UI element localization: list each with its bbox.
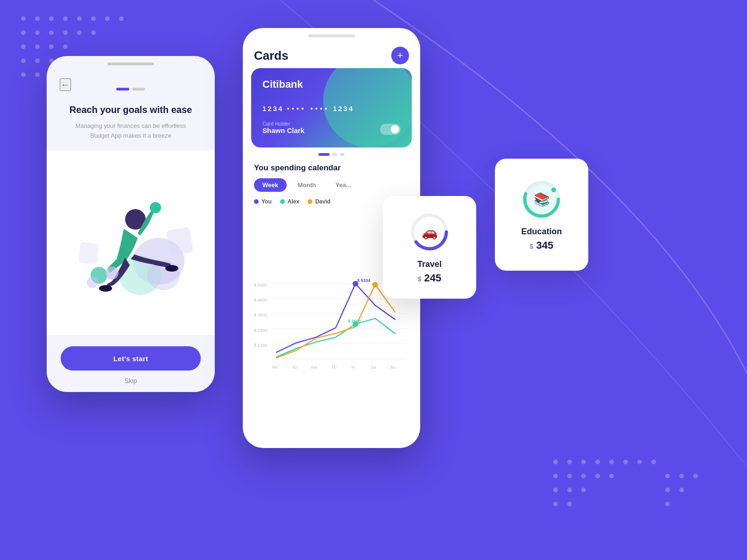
svg-point-35 (609, 474, 614, 478)
card-holder-info: Card Holder Shawn Clark (262, 121, 304, 135)
progress-indicator (116, 88, 145, 91)
svg-point-44 (665, 488, 670, 492)
tab-year[interactable]: Yea... (327, 178, 359, 192)
tab-month[interactable]: Month (289, 178, 324, 192)
svg-text:Fr: Fr (352, 365, 356, 370)
svg-point-32 (567, 474, 572, 478)
add-card-button[interactable]: + (391, 47, 409, 64)
svg-point-46 (665, 502, 670, 506)
svg-text:$ 3600: $ 3600 (254, 313, 267, 317)
phone-onboarding: ← Reach your goals with ease Managing yo… (47, 56, 215, 392)
edu-dollar: $ (530, 243, 534, 250)
legend-dot-alex (280, 199, 285, 204)
svg-point-2 (49, 16, 54, 21)
spending-title: You spending calendar (254, 163, 409, 173)
svg-point-25 (581, 460, 586, 464)
svg-point-28 (623, 460, 628, 464)
svg-point-22 (35, 72, 40, 77)
bank-name: Citibank (262, 78, 401, 91)
svg-point-40 (567, 502, 572, 506)
svg-point-53 (150, 202, 161, 213)
svg-point-30 (651, 460, 656, 464)
svg-point-16 (49, 44, 54, 49)
svg-point-43 (693, 474, 698, 478)
chart-dot-david (373, 282, 378, 287)
bottom-actions: Let's start Skip (47, 335, 215, 392)
svg-point-33 (581, 474, 586, 478)
progress-dot-1 (116, 88, 129, 91)
svg-point-11 (63, 30, 68, 35)
svg-rect-51 (78, 242, 99, 264)
float-card-travel: 🚗 Travel $ 245 (383, 196, 476, 299)
svg-point-38 (581, 488, 586, 492)
svg-rect-50 (166, 227, 194, 256)
svg-point-5 (91, 16, 96, 21)
svg-point-13 (91, 30, 96, 35)
travel-amount: $ 245 (418, 272, 442, 284)
travel-dollar: $ (418, 275, 422, 283)
svg-text:Su: Su (390, 365, 395, 370)
svg-point-15 (35, 44, 40, 49)
svg-point-12 (77, 30, 82, 35)
dots-bottom-right (542, 448, 728, 541)
svg-point-3 (63, 16, 68, 21)
svg-text:$ 6000: $ 6000 (254, 283, 267, 287)
legend-label-david: David (315, 198, 331, 205)
illustration-area (47, 150, 215, 335)
svg-text:$ 2600: $ 2600 (348, 319, 361, 323)
legend-david: David (308, 198, 331, 205)
person-illustration (65, 182, 196, 303)
svg-point-19 (35, 58, 40, 63)
legend-alex: Alex (280, 198, 299, 205)
tab-week[interactable]: Week (254, 178, 287, 192)
svg-point-10 (49, 30, 54, 35)
svg-point-18 (21, 58, 26, 63)
onboard-title: Reach your goals with ease (56, 104, 206, 116)
back-button[interactable]: ← (60, 78, 71, 91)
cards-header: Cards + (243, 37, 420, 68)
tab-bar: Week Month Yea... (254, 178, 409, 192)
svg-point-27 (609, 460, 614, 464)
svg-point-14 (21, 44, 26, 49)
svg-text:Sa: Sa (371, 365, 376, 370)
svg-text:Th: Th (331, 365, 337, 370)
svg-point-21 (21, 72, 26, 77)
svg-point-9 (35, 30, 40, 35)
svg-point-36 (553, 488, 558, 492)
edu-amount: $ 345 (530, 239, 554, 252)
svg-point-29 (637, 460, 642, 464)
start-button[interactable]: Let's start (61, 346, 201, 371)
float-card-education: 📚 Education $ 345 (495, 159, 588, 271)
svg-point-8 (21, 30, 26, 35)
svg-point-58 (87, 277, 98, 288)
card-number: 1234 •••• •••• 1234 (262, 105, 401, 112)
edu-label: Education (521, 227, 562, 237)
svg-point-24 (567, 460, 572, 464)
legend-label-you: You (261, 198, 272, 205)
svg-point-23 (553, 460, 558, 464)
travel-label: Travel (417, 259, 442, 269)
skip-button[interactable]: Skip (124, 377, 137, 385)
edu-value: 345 (536, 239, 554, 251)
card-toggle[interactable] (380, 124, 401, 135)
onboard-subtitle: Managing your finances can be effortless… (62, 121, 200, 141)
legend-label-alex: Alex (288, 198, 299, 205)
travel-icon: 🚗 (422, 224, 438, 239)
svg-point-31 (553, 474, 558, 478)
card-bottom: Card Holder Shawn Clark (262, 121, 401, 135)
travel-gauge: 🚗 (409, 211, 451, 253)
svg-text:We: We (311, 365, 317, 370)
legend-dot-you (254, 199, 259, 204)
edu-icon: 📚 (534, 191, 550, 207)
svg-point-26 (595, 460, 600, 464)
svg-point-45 (679, 488, 684, 492)
svg-text:Tu: Tu (292, 365, 296, 370)
svg-point-1 (35, 16, 40, 21)
svg-point-57 (106, 266, 119, 280)
svg-point-17 (63, 44, 68, 49)
svg-point-54 (99, 285, 112, 292)
svg-point-7 (119, 16, 124, 21)
travel-value: 245 (424, 272, 442, 284)
cards-title: Cards (254, 49, 289, 63)
card-holder-label: Card Holder (262, 121, 304, 126)
